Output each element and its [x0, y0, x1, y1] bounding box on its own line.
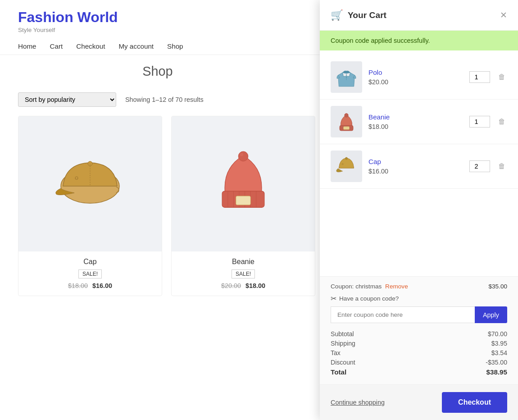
cart-footer: Coupon: christmas Remove $35.00 ✂ Have a…	[320, 276, 518, 305]
svg-rect-19	[343, 127, 349, 130]
cart-item-details-polo: Polo $20.00	[368, 68, 463, 86]
product-card-beanie: Beanie SALE! $20.00 $18.00	[171, 116, 315, 296]
cap-delete-button[interactable]: 🗑	[496, 160, 507, 172]
svg-point-16	[346, 77, 347, 78]
cart-items: Polo $20.00 🗑 Beanie $18.00	[320, 50, 518, 276]
cart-item-cap: Cap $16.00 🗑	[320, 144, 518, 189]
cart-item-image-cap	[331, 151, 362, 182]
sort-select[interactable]: Sort by popularity Sort by latest Sort b…	[18, 92, 116, 107]
coupon-question-label: ✂ Have a coupon code?	[331, 294, 507, 303]
cap-illustration	[50, 143, 131, 224]
product-prices-beanie: $20.00 $18.00	[178, 282, 309, 289]
product-card-cap: Cap SALE! $18.00 $16.00	[18, 116, 162, 296]
beanie-thumbnail	[335, 110, 358, 133]
coupon-total-value: $35.00	[488, 283, 507, 290]
coupon-scissors-icon: ✂	[331, 294, 336, 303]
polo-item-price: $20.00	[368, 78, 388, 86]
product-info-beanie: Beanie SALE! $20.00 $18.00	[172, 251, 315, 296]
cart-item-image-beanie	[331, 106, 362, 137]
cap-original-price: $18.00	[68, 282, 88, 289]
polo-item-name[interactable]: Polo	[368, 68, 463, 76]
beanie-illustration	[203, 143, 284, 224]
product-image-beanie	[172, 116, 315, 251]
nav-home[interactable]: Home	[18, 42, 36, 50]
polo-qty-input[interactable]	[469, 71, 490, 83]
beanie-original-price: $20.00	[221, 282, 241, 289]
cap-item-name[interactable]: Cap	[368, 158, 463, 165]
beanie-item-name[interactable]: Beanie	[368, 113, 463, 121]
coupon-remove-button[interactable]: Remove	[385, 283, 408, 290]
shop-content: Shop Sort by popularity Sort by latest S…	[0, 55, 315, 305]
cart-item-polo: Polo $20.00 🗑	[320, 55, 518, 100]
shop-title: Shop	[18, 64, 297, 79]
cap-qty-control	[469, 160, 490, 172]
beanie-sale-price: $18.00	[245, 282, 265, 289]
nav-cart[interactable]: Cart	[50, 42, 63, 50]
shop-controls: Sort by popularity Sort by latest Sort b…	[18, 92, 297, 107]
svg-point-13	[240, 153, 243, 156]
cart-item-image-polo	[331, 61, 362, 93]
coupon-question-text: Have a coupon code?	[339, 295, 399, 302]
sale-badge-beanie: SALE!	[232, 269, 255, 278]
cart-close-button[interactable]: ✕	[500, 10, 507, 20]
product-name-cap: Cap	[25, 258, 155, 266]
cart-title: Your Cart	[348, 10, 386, 20]
cart-item-details-cap: Cap $16.00	[368, 158, 463, 175]
polo-delete-button[interactable]: 🗑	[496, 71, 507, 83]
cart-header: 🛒 Your Cart ✕	[320, 0, 518, 31]
svg-point-12	[238, 151, 248, 161]
cap-item-price: $16.00	[368, 168, 388, 175]
nav-shop[interactable]: Shop	[167, 42, 183, 50]
cart-panel: 🛒 Your Cart ✕ Coupon code applied succes…	[320, 0, 518, 305]
cart-item-details-beanie: Beanie $18.00	[368, 113, 463, 131]
svg-point-20	[345, 157, 348, 160]
svg-rect-11	[236, 196, 250, 205]
svg-point-15	[346, 75, 347, 76]
product-grid: Cap SALE! $18.00 $16.00	[18, 116, 297, 296]
product-name-beanie: Beanie	[178, 258, 309, 266]
cart-icon: 🛒	[331, 9, 343, 21]
coupon-row: Coupon: christmas Remove $35.00	[331, 283, 507, 290]
cap-sale-price: $16.00	[92, 282, 112, 289]
polo-thumbnail	[335, 66, 358, 88]
cap-qty-input[interactable]	[469, 160, 490, 172]
cart-item-beanie: Beanie $18.00 🗑	[320, 100, 518, 144]
polo-qty-control	[469, 71, 490, 83]
beanie-qty-input[interactable]	[469, 116, 490, 128]
product-info-cap: Cap SALE! $18.00 $16.00	[18, 251, 162, 296]
beanie-qty-control	[469, 116, 490, 128]
product-image-cap	[18, 116, 162, 251]
sale-badge-cap: SALE!	[78, 269, 102, 278]
coupon-success-banner: Coupon code applied successfully.	[320, 31, 518, 50]
svg-point-18	[345, 114, 348, 117]
product-prices-cap: $18.00 $16.00	[25, 282, 155, 289]
coupon-label: Coupon: christmas Remove	[331, 283, 408, 290]
cap-thumbnail	[335, 155, 358, 178]
results-text: Showing 1–12 of 70 results	[125, 96, 204, 103]
beanie-item-price: $18.00	[368, 123, 388, 130]
nav-my-account[interactable]: My account	[118, 42, 154, 50]
nav-checkout[interactable]: Checkout	[76, 42, 105, 50]
cart-title-row: 🛒 Your Cart	[331, 9, 386, 21]
beanie-delete-button[interactable]: 🗑	[496, 116, 507, 128]
